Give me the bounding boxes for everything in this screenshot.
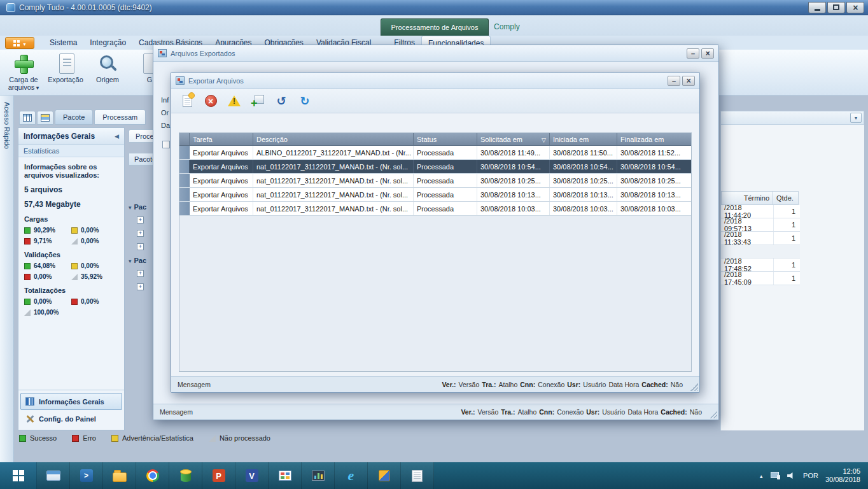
quick-access-label: Acesso Rápido	[3, 102, 11, 149]
collapse-left-icon[interactable]	[115, 133, 119, 139]
background-grid-row[interactable]: /2018 11:44:201	[721, 205, 800, 218]
gray-swatch	[24, 309, 31, 316]
grid-column-descricao[interactable]: Descrição	[253, 133, 414, 145]
minimize-button[interactable]	[808, 2, 826, 13]
app-menu-grid-icon	[13, 40, 20, 46]
ribbon-button-exportacao[interactable]: Exportação	[47, 52, 84, 94]
refresh-button[interactable]	[295, 92, 314, 110]
volume-icon[interactable]	[787, 472, 796, 479]
tray-expand-icon[interactable]	[759, 472, 764, 479]
background-grid-row[interactable]: /2018 09:57:131	[721, 218, 800, 232]
application-menu-button[interactable]	[5, 37, 34, 49]
menu-tab-integracao[interactable]: Integração	[83, 36, 132, 50]
add-export-button[interactable]	[248, 92, 267, 110]
front-status-right: Ver.:VersãoTra.:AtalhoCnn:ConexãoUsr:Usu…	[442, 381, 693, 388]
ribbon-button-origem[interactable]: Origem	[89, 52, 126, 94]
front-window-titlebar[interactable]: Exportar Arquivos	[171, 73, 699, 89]
resize-grip-icon[interactable]	[710, 411, 717, 418]
red-swatch	[71, 299, 78, 305]
grid-column-solicitada-em[interactable]: Solicitada em	[477, 133, 550, 145]
explorer-icon	[46, 471, 60, 481]
stat-cell: 64,08%	[24, 262, 71, 269]
cube-app-icon[interactable]	[368, 462, 401, 489]
quick-access-strip[interactable]: Acesso Rápido	[0, 96, 14, 462]
language-indicator[interactable]: POR	[803, 472, 818, 479]
undo-icon	[276, 96, 286, 107]
powerpoint-icon[interactable]: P	[202, 462, 235, 489]
start-button[interactable]	[0, 462, 37, 489]
doc-tab-grid-button[interactable]	[19, 111, 36, 125]
background-grid-row[interactable]: /2018 17:45:091	[721, 272, 800, 285]
clock[interactable]: 12:05 30/08/2018	[825, 467, 860, 484]
back-close-button[interactable]	[701, 48, 714, 59]
grid-column-finalizada-em[interactable]: Finalizada em	[617, 133, 692, 145]
back-window-titlebar[interactable]: Arquivos Exportados	[153, 45, 718, 62]
cancel-icon	[205, 95, 217, 107]
finalizada-cell: 30/08/2018 10:25...	[617, 174, 692, 187]
new-file-button[interactable]	[178, 92, 197, 110]
grid-row[interactable]: Exportar ArquivosALBINO_01122017_3112201…	[179, 146, 691, 160]
grid-column-status[interactable]: Status	[414, 133, 477, 145]
front-minimize-button[interactable]	[668, 76, 680, 86]
field-label: Inf	[161, 96, 169, 104]
background-grid-row[interactable]: /2018 11:33:431	[721, 232, 800, 245]
folder-icon	[113, 472, 127, 482]
expand-plus-icon	[137, 243, 144, 250]
stats-footer: Informações GeraisConfig. do Painel	[18, 390, 124, 430]
network-icon[interactable]	[771, 472, 780, 479]
doc-tab-processam[interactable]: Processam	[94, 110, 146, 125]
doc-tab-list-button[interactable]	[37, 111, 53, 125]
termino-cell: /2018 09:57:13	[721, 218, 773, 231]
explorer-icon[interactable]	[37, 462, 70, 489]
close-button[interactable]	[846, 2, 864, 13]
menu-tab-sistema[interactable]: Sistema	[43, 36, 83, 50]
sql-server-icon[interactable]	[169, 462, 202, 489]
stats-section-label: Estatísticas	[24, 147, 59, 155]
stats-group-values: 64,08%0,00%0,00%35,92%	[24, 262, 118, 280]
maximize-button[interactable]	[827, 2, 845, 13]
bg-column-termino[interactable]: Término	[721, 191, 773, 205]
folder-icon[interactable]	[103, 462, 136, 489]
ribbon-button-label: G	[147, 76, 153, 83]
resize-grip-icon[interactable]	[690, 383, 698, 391]
console-icon[interactable]: >	[70, 462, 103, 489]
warning-button[interactable]	[225, 92, 244, 110]
undo-button[interactable]	[272, 92, 291, 110]
ribbon-button-carga-de-arquivos[interactable]: Carga de arquivos	[5, 52, 42, 94]
sort-desc-icon	[540, 136, 546, 143]
checkbox[interactable]	[162, 141, 170, 148]
notepad-icon[interactable]	[401, 462, 434, 489]
chart-app-icon[interactable]	[302, 462, 335, 489]
grid-row[interactable]: Exportar Arquivosnat_01122017_31122017_M…	[179, 202, 691, 216]
panel-button-config-do-painel[interactable]: Config. do Painel	[20, 410, 122, 427]
grid-column-tarefa[interactable]: Tarefa	[190, 133, 253, 145]
chevron-down-icon	[23, 39, 25, 47]
grid-column-iniciada-em[interactable]: Iniciada em	[550, 133, 617, 145]
context-tab-processamento[interactable]: Processamento de Arquivos	[381, 18, 489, 36]
stat-cell: 0,00%	[24, 273, 71, 280]
chrome-icon[interactable]	[136, 462, 169, 489]
legend-item-advertencia-estatistica: Advertência/Estatística	[111, 434, 193, 442]
app-grid-icon[interactable]	[269, 462, 302, 489]
tarefa-cell: Exportar Arquivos	[190, 146, 253, 159]
internet-explorer-icon[interactable]: e	[335, 462, 368, 489]
app-titlebar: Comply Tudo - 4.00.01.0005 (dtc:9402)	[0, 0, 868, 15]
doc-tab-pacote[interactable]: Pacote	[55, 110, 93, 125]
grid-row[interactable]: Exportar Arquivosnat_01122017_31122017_M…	[179, 188, 691, 202]
dropdown-button[interactable]	[850, 113, 862, 123]
finalizada-cell: 30/08/2018 10:54...	[617, 160, 692, 173]
panel-button-informacoes-gerais[interactable]: Informações Gerais	[20, 393, 122, 410]
sql-server-icon	[181, 471, 191, 482]
bg-column-qtde[interactable]: Qtde.	[773, 191, 799, 205]
cancel-button[interactable]	[201, 92, 220, 110]
background-grid-row[interactable]: /2018 17:48:521	[721, 259, 800, 272]
doc-tab-labels: PacoteProcessam	[55, 110, 146, 125]
tools-icon	[25, 415, 34, 423]
status-key: Cached:	[661, 408, 687, 416]
grid-row[interactable]: Exportar Arquivosnat_01122017_31122017_M…	[179, 160, 691, 174]
grid-row[interactable]: Exportar Arquivosnat_01122017_31122017_M…	[179, 174, 691, 188]
back-minimize-button[interactable]	[687, 48, 699, 59]
visio-icon[interactable]: V	[235, 462, 269, 489]
stats-panel-header[interactable]: Informações Gerais	[18, 128, 124, 145]
front-close-button[interactable]	[682, 76, 695, 86]
